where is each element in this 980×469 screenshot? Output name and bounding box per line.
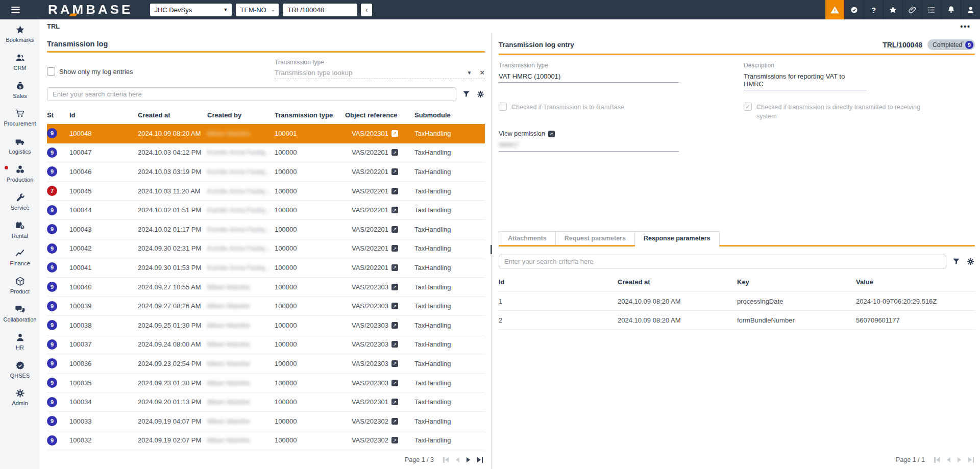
sidebar-item-collaboration[interactable]: Collaboration (0, 304, 40, 332)
chevron-down-icon[interactable]: ▼ (467, 70, 472, 76)
table-row[interactable]: 9 100046 2024.10.03 03:19 PM Komile Arma… (47, 162, 485, 182)
status-badge: 9 (47, 147, 57, 158)
help-button[interactable]: ? (864, 0, 883, 19)
view-permission-value[interactable]: WMA7 (499, 141, 679, 152)
sidebar-item-bookmarks[interactable]: Bookmarks (0, 24, 40, 53)
sidebar-item-logistics[interactable]: Logistics (0, 136, 40, 164)
sidebar-item-qhses[interactable]: QHSES (0, 360, 40, 388)
row-id: 100033 (69, 417, 138, 425)
table-row[interactable]: 1 2024.10.09 08:20 AM processingDate 202… (499, 291, 975, 310)
table-row[interactable]: 9 100033 2024.09.19 04:07 PM Miken Malst… (47, 412, 485, 431)
tab-attachments[interactable]: Attachments (499, 231, 556, 245)
external-link-icon[interactable]: ↗ (391, 399, 398, 405)
gear-icon[interactable] (476, 90, 485, 98)
notifications-button[interactable] (941, 0, 961, 19)
external-link-icon[interactable]: ↗ (391, 245, 398, 252)
transmission-type-lookup-input[interactable]: Transmission type lookup (275, 69, 467, 77)
external-link-icon[interactable]: ↗ (391, 188, 398, 194)
first-page-button[interactable] (934, 457, 940, 463)
show-only-my-log-entries-checkbox[interactable]: Show only my log entries (47, 67, 133, 76)
external-link-icon[interactable]: ↗ (391, 303, 398, 309)
table-row[interactable]: 9 100041 2024.09.30 01:53 PM Komile Arma… (47, 258, 485, 278)
tab-response-parameters[interactable]: Response parameters (635, 231, 720, 245)
external-link-icon[interactable]: ↗ (391, 380, 398, 386)
external-link-icon[interactable]: ↗ (391, 322, 398, 329)
transmission-type-value[interactable]: VAT HMRC (100001) (499, 72, 679, 83)
table-row[interactable]: 9 100032 2024.09.19 02:07 PM Miken Malst… (47, 431, 485, 451)
company-select[interactable]: TEM-NO⌄ (236, 4, 279, 16)
external-link-icon[interactable]: ↗ (391, 168, 398, 175)
tasks-button[interactable] (922, 0, 941, 19)
table-row[interactable]: 9 100036 2024.09.23 02:54 PM Miken Malst… (47, 354, 485, 374)
back-button[interactable]: ‹ (361, 4, 372, 16)
table-row[interactable]: 9 100038 2024.09.25 01:30 PM Miken Malst… (47, 316, 485, 335)
crm-users-icon (15, 53, 26, 63)
filter-icon[interactable] (952, 257, 961, 266)
row-object-reference: VAS/202303 (352, 379, 388, 387)
external-link-icon[interactable]: ↗ (391, 149, 398, 156)
checkbox-unchecked[interactable] (47, 67, 55, 76)
sidebar-item-product[interactable]: Product (0, 276, 40, 304)
table-row[interactable]: 2 2024.10.09 08:20 AM formBundleNumber 5… (499, 310, 975, 329)
previous-page-button[interactable] (456, 457, 459, 462)
table-row[interactable]: 9 100039 2024.09.27 08:26 AM Miken Malst… (47, 297, 485, 316)
external-link-icon[interactable]: ↗ (391, 207, 398, 213)
sidebar: Bookmarks CRM $ Sales Procurement Logist… (0, 19, 40, 469)
external-link-icon[interactable]: ↗ (391, 360, 398, 367)
table-row[interactable]: 9 100034 2024.09.20 01:13 PM Miken Malst… (47, 392, 485, 412)
environment-select[interactable]: JHC DevSys▼ (150, 4, 232, 16)
external-link-icon[interactable]: ↗ (391, 341, 398, 348)
hamburger-menu-icon[interactable] (6, 0, 24, 19)
last-page-button[interactable] (477, 457, 483, 463)
previous-page-button[interactable] (947, 457, 950, 462)
more-options-button[interactable]: ••• (960, 22, 971, 31)
sidebar-item-procurement[interactable]: Procurement (0, 108, 40, 136)
table-row[interactable]: 9 100044 2024.10.02 01:51 PM Komile Arma… (47, 201, 485, 220)
approvals-button[interactable] (844, 0, 864, 19)
row-id: 100043 (69, 226, 138, 233)
filter-icon[interactable] (462, 90, 471, 98)
attachments-button[interactable] (902, 0, 922, 19)
sidebar-item-crm[interactable]: CRM (0, 53, 40, 81)
external-link-icon[interactable]: ↗ (391, 226, 398, 233)
table-row[interactable]: 9 100040 2024.09.27 10:55 AM Miken Malst… (47, 278, 485, 297)
table-row[interactable]: 9 100042 2024.09.30 02:31 PM Komile Arma… (47, 239, 485, 259)
next-page-button[interactable] (467, 457, 470, 462)
profile-button[interactable] (961, 0, 980, 19)
table-row[interactable]: 9 100043 2024.10.02 01:17 PM Komile Arma… (47, 220, 485, 239)
table-row[interactable]: 9 100037 2024.09.24 08:00 AM Miken Malst… (47, 335, 485, 355)
external-link-icon[interactable]: ↗ (391, 284, 398, 290)
log-search-input[interactable] (47, 87, 456, 101)
gear-icon[interactable] (966, 257, 975, 266)
sidebar-item-rental[interactable]: $ Rental (0, 220, 40, 249)
table-row[interactable]: 9 100048 2024.10.09 08:20 AM Miken Malst… (47, 124, 485, 143)
sidebar-item-hr[interactable]: HR (0, 332, 40, 360)
table-row[interactable]: 9 100035 2024.09.23 01:30 PM Miken Malst… (47, 374, 485, 393)
external-link-icon[interactable]: ↗ (391, 437, 398, 443)
tab-request-parameters[interactable]: Request parameters (556, 231, 635, 245)
product-cube-icon (15, 276, 26, 287)
global-search-input[interactable] (283, 4, 357, 16)
table-row[interactable]: 7 100045 2024.10.03 11:20 AM Komile Arma… (47, 182, 485, 201)
sidebar-item-service[interactable]: Service (0, 192, 40, 220)
panel-resize-handle[interactable] (491, 245, 492, 254)
first-page-button[interactable] (443, 457, 449, 463)
last-page-button[interactable] (968, 457, 974, 463)
row-object-reference: VAS/202302 (352, 436, 388, 444)
sidebar-item-finance[interactable]: Finance (0, 248, 40, 276)
alerts-button[interactable] (825, 0, 844, 19)
description-value[interactable]: Transmissions for reporting VAT to HMRC (744, 72, 866, 90)
sidebar-item-production[interactable]: Production (0, 164, 40, 192)
sidebar-item-admin[interactable]: Admin (0, 388, 40, 416)
sidebar-item-sales[interactable]: $ Sales (0, 81, 40, 109)
external-link-icon[interactable]: ↗ (548, 131, 555, 137)
external-link-icon[interactable]: ↗ (391, 418, 398, 425)
table-row[interactable]: 9 100047 2024.10.03 04:12 PM Komile Arma… (47, 143, 485, 163)
clear-icon[interactable]: ✕ (480, 69, 485, 77)
external-link-icon[interactable]: ↗ (391, 264, 398, 271)
next-page-button[interactable] (958, 457, 961, 462)
favorites-button[interactable] (883, 0, 902, 19)
external-link-icon[interactable]: ↗ (391, 130, 398, 137)
checkbox-checked-disabled: ✓ (744, 103, 752, 111)
parameters-search-input[interactable] (499, 255, 946, 268)
